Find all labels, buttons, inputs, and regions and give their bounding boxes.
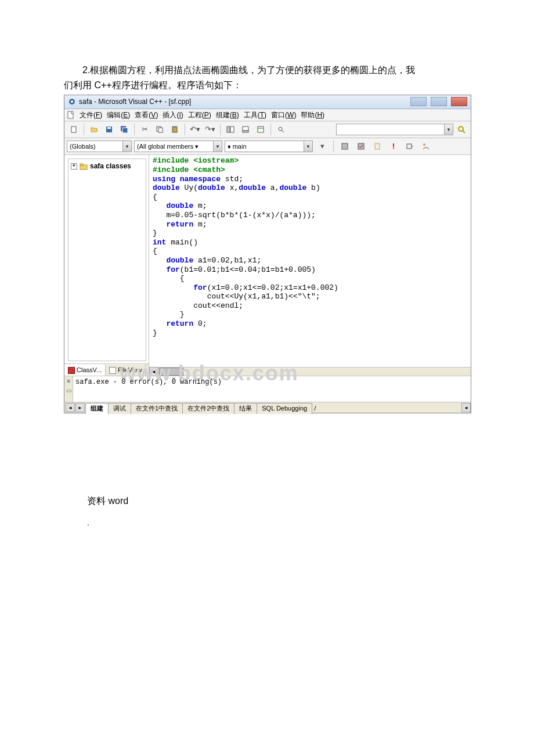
menu-view[interactable]: 查看(V) <box>135 110 158 120</box>
footer: 资料 word . <box>64 495 470 528</box>
svg-rect-5 <box>107 127 111 129</box>
close-button[interactable] <box>451 97 467 106</box>
window-title: safa - Microsoft Visual C++ - [sf.cpp] <box>79 97 191 107</box>
scope-value: (Globals) <box>70 142 96 151</box>
function-combo[interactable]: ♦ main ▼ <box>225 141 313 152</box>
minimize-button[interactable] <box>410 97 427 106</box>
go-button[interactable]: ▾ <box>315 139 329 153</box>
intro-line-1: 2.根据椭圆方程，利用描点法画椭圆曲线，为了方便的获得更多的椭圆上的点，我 <box>64 64 470 77</box>
save-button[interactable] <box>102 123 116 136</box>
window-list-button[interactable] <box>254 123 268 136</box>
menu-build[interactable]: 组建(B) <box>216 110 239 120</box>
svg-rect-14 <box>243 127 248 131</box>
svg-point-26 <box>423 143 425 146</box>
members-value: (All global members ▾ <box>137 142 199 151</box>
find-combo[interactable]: ▼ <box>336 124 453 135</box>
ide-window: safa - Microsoft Visual C++ - [sf.cpp] 文… <box>64 95 471 414</box>
breakpoint-button[interactable] <box>419 139 433 153</box>
standard-toolbar: ✂ ↶▾ ↷▾ ▼ <box>64 121 471 138</box>
redo-button[interactable]: ↷▾ <box>203 123 217 136</box>
expand-icon[interactable]: + <box>71 163 77 170</box>
pin-icon[interactable]: ▭ <box>66 387 71 395</box>
scroll-thumb[interactable] <box>159 368 183 376</box>
members-combo[interactable]: (All global members ▾ ▼ <box>134 141 222 152</box>
toolbar-divider <box>270 124 271 135</box>
tab-classview-label: ClassV... <box>77 366 102 375</box>
editor-hscrollbar[interactable]: ◄ <box>149 367 471 376</box>
tree-folder-icon <box>80 163 88 170</box>
tab-find1[interactable]: 在文件1中查找 <box>131 403 183 413</box>
tab-debug[interactable]: 调试 <box>108 403 131 413</box>
tree-root[interactable]: + safa classes <box>71 161 143 171</box>
classview-icon <box>68 367 75 374</box>
output-close-bar[interactable]: ✕ ▭ <box>64 376 73 402</box>
wizard-toolbar: (Globals) ▼ (All global members ▾ ▼ ♦ ma… <box>64 138 471 155</box>
svg-point-1 <box>71 100 73 103</box>
output-scroll-left[interactable]: ◄ <box>461 403 471 412</box>
tab-end: / <box>312 404 318 413</box>
menu-file[interactable]: 文件(F) <box>80 110 102 120</box>
titlebar[interactable]: safa - Microsoft Visual C++ - [sf.cpp] <box>64 95 471 109</box>
chevron-down-icon: ▼ <box>444 124 453 135</box>
output-pane: ✕ ▭ www.bdocx.com safa.exe - 0 error(s),… <box>64 376 471 413</box>
execute-button[interactable]: ! <box>387 139 400 153</box>
menu-insert[interactable]: 插入(I) <box>163 110 183 120</box>
find-button[interactable] <box>454 123 468 136</box>
footer-text: 资料 word <box>87 495 470 507</box>
toolbar-divider <box>185 124 185 135</box>
svg-rect-28 <box>80 164 83 165</box>
svg-rect-3 <box>71 127 76 132</box>
main-area: + safa classes ClassV... FileView <box>64 155 471 376</box>
intro-text-1: 2.根据椭圆方程，利用描点法画椭圆曲线，为了方便的获得更多的椭圆上的点，我 <box>82 65 415 75</box>
tab-sql[interactable]: SQL Debugging <box>257 403 312 413</box>
tab-nav-right[interactable]: ► <box>75 403 85 412</box>
cut-button[interactable]: ✂ <box>138 123 151 136</box>
output-text-area[interactable]: www.bdocx.com safa.exe - 0 error(s), 0 w… <box>73 376 471 402</box>
copy-button[interactable] <box>153 123 167 136</box>
menu-help[interactable]: 帮助(H) <box>301 110 324 120</box>
menu-edit[interactable]: 编辑(E) <box>107 110 130 120</box>
editor-pane: #include <iostream> #include <cmath> usi… <box>149 155 471 376</box>
build-button[interactable] <box>354 139 368 153</box>
tab-results[interactable]: 结果 <box>234 403 257 413</box>
fileview-icon <box>109 367 116 374</box>
scope-combo[interactable]: (Globals) ▼ <box>67 141 132 152</box>
scroll-left-icon[interactable]: ◄ <box>149 367 158 376</box>
undo-button[interactable]: ↶▾ <box>188 123 202 136</box>
workspace-button[interactable] <box>223 123 237 136</box>
menu-project[interactable]: 工程(P) <box>188 110 211 120</box>
class-tree[interactable]: + safa classes <box>68 159 146 361</box>
find-in-files-button[interactable] <box>274 123 288 136</box>
output-tabs: ◄ ► 组建 调试 在文件1中查找 在文件2中查找 结果 SQL Debuggi… <box>64 402 471 413</box>
save-all-button[interactable] <box>117 123 131 136</box>
close-icon[interactable]: ✕ <box>66 377 71 386</box>
stop-build-button[interactable] <box>370 139 384 153</box>
open-button[interactable] <box>87 123 101 136</box>
svg-rect-11 <box>174 126 176 128</box>
build-output: safa.exe - 0 error(s), 0 warning(s) <box>75 377 468 387</box>
svg-rect-2 <box>68 111 73 118</box>
menu-tools[interactable]: 工具(T) <box>244 110 266 120</box>
maximize-button[interactable] <box>431 97 447 106</box>
menubar: 文件(F) 编辑(E) 查看(V) 插入(I) 工程(P) 组建(B) 工具(T… <box>64 109 471 122</box>
chevron-down-icon: ▼ <box>213 141 222 152</box>
tab-classview[interactable]: ClassV... <box>64 364 106 376</box>
tab-nav-left[interactable]: ◄ <box>66 403 75 412</box>
svg-line-21 <box>463 131 465 133</box>
intro-text-2: 们利用 C++程序进行编程。程序语句如下： <box>64 80 242 90</box>
tab-find2[interactable]: 在文件2中查找 <box>182 403 234 413</box>
chevron-down-icon: ▼ <box>304 141 312 152</box>
svg-rect-25 <box>407 144 412 149</box>
document-icon <box>67 111 75 119</box>
paste-button[interactable] <box>168 123 182 136</box>
code-editor[interactable]: #include <iostream> #include <cmath> usi… <box>149 155 471 367</box>
compile-button[interactable] <box>338 139 352 153</box>
go-debug-button[interactable] <box>403 139 417 153</box>
svg-line-19 <box>282 130 284 132</box>
tab-fileview-label: FileView <box>118 366 142 375</box>
menu-window[interactable]: 窗口(W) <box>271 110 296 120</box>
tab-fileview[interactable]: FileView <box>106 364 146 376</box>
output-button[interactable] <box>239 123 252 136</box>
tab-build[interactable]: 组建 <box>85 403 109 413</box>
new-button[interactable] <box>67 123 81 136</box>
